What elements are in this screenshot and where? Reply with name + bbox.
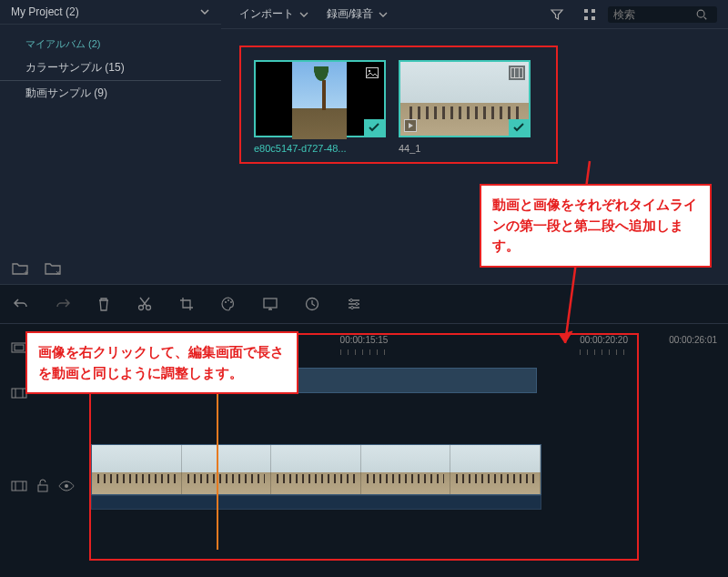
svg-point-23 <box>350 299 353 302</box>
eye-icon[interactable] <box>58 480 75 492</box>
folder-add-icon[interactable]: + <box>11 260 29 277</box>
svg-point-19 <box>228 299 229 301</box>
search-icon <box>695 8 708 21</box>
screen-icon[interactable] <box>262 296 278 312</box>
settings-icon[interactable] <box>346 296 362 312</box>
svg-rect-1 <box>592 9 595 13</box>
svg-rect-2 <box>584 16 588 20</box>
search-box[interactable] <box>608 6 717 23</box>
clip-label: 44_1 <box>399 143 531 154</box>
svg-point-20 <box>230 301 232 303</box>
lock-icon[interactable] <box>36 479 49 493</box>
import-button[interactable]: インポート <box>232 3 316 25</box>
check-icon <box>509 119 529 136</box>
svg-rect-28 <box>12 389 26 398</box>
check-icon <box>364 119 384 136</box>
chevron-down-icon <box>299 10 308 19</box>
svg-text:+: + <box>24 268 28 277</box>
project-sidebar: マイアルバム (2) カラーサンプル (15) 動画サンプル (9) + × <box>0 29 221 284</box>
delete-icon[interactable] <box>96 296 111 312</box>
clock-icon[interactable] <box>304 296 320 312</box>
timeline[interactable]: 00:00:26:01 00:00:10:10 00:00:15:15 00:0… <box>0 324 728 577</box>
annotation-box-media: e80c5147-d727-48... 44_1 <box>239 46 558 164</box>
cut-icon[interactable] <box>136 296 153 312</box>
chevron-down-icon <box>379 10 388 19</box>
redo-icon[interactable] <box>55 296 71 312</box>
svg-rect-3 <box>592 16 595 20</box>
svg-rect-21 <box>264 299 277 308</box>
undo-icon[interactable] <box>13 296 29 312</box>
svg-rect-10 <box>511 68 523 78</box>
media-clip[interactable]: 44_1 <box>399 60 531 149</box>
svg-point-4 <box>697 10 704 17</box>
grid-view-icon[interactable] <box>575 4 604 25</box>
video-type-icon <box>509 66 525 80</box>
project-title: My Project (2) <box>11 5 79 18</box>
sidebar-item-album[interactable]: マイアルバム (2) <box>0 33 221 56</box>
svg-point-35 <box>65 484 68 488</box>
svg-rect-34 <box>38 485 47 491</box>
svg-marker-15 <box>560 331 572 343</box>
svg-rect-0 <box>584 9 588 13</box>
chevron-down-icon <box>199 6 210 17</box>
svg-point-16 <box>139 306 144 310</box>
svg-point-25 <box>351 307 354 309</box>
svg-rect-8 <box>367 68 379 78</box>
svg-point-24 <box>356 303 359 306</box>
timeline-clip-video[interactable] <box>91 444 541 495</box>
sidebar-item-color-samples[interactable]: カラーサンプル (15) <box>0 56 221 81</box>
svg-rect-27 <box>15 345 24 350</box>
media-grid: e80c5147-d727-48... 44_1 動画と画像をそれぞれタイムライ… <box>221 29 728 284</box>
image-type-icon <box>364 66 380 80</box>
track-video-icon[interactable] <box>11 479 27 493</box>
palette-icon[interactable] <box>220 296 237 312</box>
annotation-callout-2: 画像を右クリックして、編集画面で長さを動画と同じように調整します。 <box>25 331 298 394</box>
record-button[interactable]: 録画/録音 <box>319 3 395 25</box>
play-icon <box>404 119 417 132</box>
svg-rect-31 <box>12 481 26 491</box>
crop-icon[interactable] <box>178 296 195 312</box>
timeline-clip-audio[interactable] <box>91 495 541 510</box>
media-toolbar: インポート 録画/録音 <box>221 0 728 29</box>
annotation-callout-1: 動画と画像をそれぞれタイムラインの第一段と第二段へ追加します。 <box>480 184 712 268</box>
svg-point-9 <box>369 70 370 72</box>
svg-line-5 <box>704 16 707 19</box>
search-input[interactable] <box>613 8 695 21</box>
svg-point-18 <box>225 301 227 303</box>
filter-icon[interactable] <box>542 4 571 25</box>
folder-remove-icon[interactable]: × <box>44 260 62 277</box>
svg-point-17 <box>147 306 151 310</box>
project-header[interactable]: My Project (2) <box>0 0 221 25</box>
sidebar-item-video-samples[interactable]: 動画サンプル (9) <box>0 81 221 106</box>
clip-label: e80c5147-d727-48... <box>254 143 386 154</box>
media-clip[interactable]: e80c5147-d727-48... <box>254 60 386 149</box>
timeline-toolbar <box>0 284 728 324</box>
svg-text:×: × <box>56 268 60 277</box>
timeline-end-time: 00:00:26:01 <box>669 335 717 345</box>
